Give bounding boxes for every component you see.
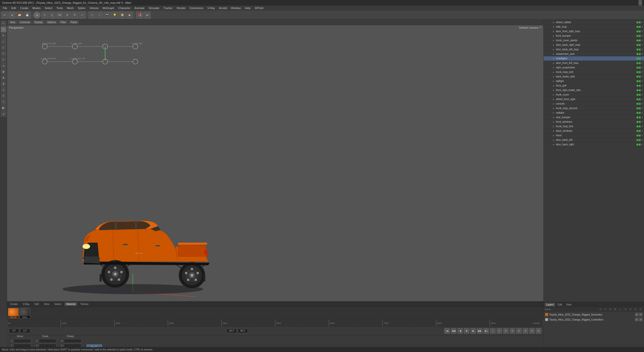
frame-start-display[interactable]: 0 F bbox=[9, 329, 19, 333]
stop-button[interactable]: ■ bbox=[464, 328, 469, 334]
menu-edit[interactable]: Edit bbox=[10, 6, 18, 10]
tree-item-trunk_cover[interactable]: ▲ trunk_cover ✕ bbox=[544, 93, 644, 97]
sidebar-bridge[interactable]: ⊿ bbox=[1, 63, 6, 68]
tree-item-door_back_left_loop[interactable]: ▲ door_back_left_loop ✕ bbox=[544, 47, 644, 52]
toolbar-material[interactable]: 🎨 bbox=[119, 12, 126, 19]
tree-item-taillight[interactable]: ▲ taillight ✕ bbox=[544, 79, 644, 83]
fps-display[interactable]: 90 F bbox=[238, 329, 248, 333]
toolbar-open[interactable]: 📂 bbox=[16, 12, 23, 19]
x-scale-input[interactable] bbox=[39, 339, 56, 343]
menu-render[interactable]: Render bbox=[175, 6, 187, 10]
layers-tab-edit[interactable]: Edit bbox=[556, 303, 564, 306]
tree-item-right_suspension[interactable]: ▲ right_suspension ✕ bbox=[544, 65, 644, 70]
total-frames-display[interactable]: 90 F bbox=[227, 329, 237, 333]
vp-tab-vray[interactable]: V-Ray bbox=[21, 302, 31, 306]
tree-item-radiator[interactable]: ▲ radiator ✕ bbox=[544, 111, 644, 115]
sidebar-s2[interactable]: $ bbox=[1, 93, 6, 99]
menu-create[interactable]: Create bbox=[18, 6, 30, 10]
menu-spline[interactable]: Spline bbox=[76, 6, 87, 10]
prev-frame-button[interactable]: ◀◀ bbox=[451, 328, 456, 334]
next-frame-button[interactable]: ▶▶ bbox=[477, 328, 482, 334]
layer-lock-btn-0[interactable]: ✕ bbox=[639, 313, 642, 316]
menu-help[interactable]: Help bbox=[243, 6, 252, 10]
view-view-btn[interactable]: View bbox=[8, 20, 17, 24]
menu-mograph[interactable]: MoGraph bbox=[101, 6, 116, 10]
menu-file[interactable]: File bbox=[1, 6, 9, 10]
sidebar-bevel[interactable]: ◈ bbox=[1, 75, 6, 80]
x-position-input[interactable] bbox=[14, 339, 31, 343]
tree-item-wheel_front_right[interactable]: ▲ wheel_front_right ✕ bbox=[544, 97, 644, 102]
toolbar-deform[interactable]: ⋈ bbox=[144, 12, 151, 19]
view-options-btn[interactable]: Options bbox=[46, 20, 58, 24]
object-tree[interactable]: ▲ Subdivision Surface ✕ ▲ move ✕ ▲ wheel… bbox=[544, 11, 644, 302]
sidebar-s3[interactable]: § bbox=[1, 99, 6, 105]
goto-end-button[interactable]: ▶| bbox=[484, 328, 489, 334]
layer-vis-btn-0[interactable]: ● bbox=[635, 313, 638, 316]
layers-tab-layers[interactable]: Layers bbox=[545, 303, 555, 306]
tree-item-back_brake_disk[interactable]: ▲ back_brake_disk ✕ bbox=[544, 74, 644, 79]
layer-vis-btn-1[interactable]: ● bbox=[635, 318, 638, 321]
tree-item-trunk_loop_bolt[interactable]: ▲ trunk_loop_bolt ✕ bbox=[544, 70, 644, 74]
h-rotation-input[interactable] bbox=[64, 339, 82, 343]
toolbar-scale[interactable]: ⤢ bbox=[79, 12, 86, 19]
sidebar-scale[interactable]: ⤢ bbox=[1, 39, 6, 44]
menu-character[interactable]: Character bbox=[116, 6, 132, 10]
layer-item-0[interactable]: Toyota_Hilux_2022_Orange_Rigged_Geometry… bbox=[544, 312, 643, 317]
tree-item-front_bumper[interactable]: ▲ front_bumper ✕ bbox=[544, 34, 644, 38]
menu-arnold[interactable]: Arnold bbox=[217, 6, 229, 10]
sidebar-wrap[interactable]: ⌀ bbox=[1, 111, 6, 117]
menu-modes[interactable]: Modes bbox=[31, 6, 43, 10]
toolbar-light[interactable]: 💡 bbox=[111, 12, 118, 19]
key3-button[interactable]: K bbox=[516, 328, 522, 334]
menu-vray[interactable]: V-Ray bbox=[206, 6, 217, 10]
sidebar-extrude[interactable]: ▥ bbox=[1, 69, 6, 74]
sidebar-loop[interactable]: ⊕ bbox=[1, 81, 6, 86]
vp-tab-edit[interactable]: Edit bbox=[32, 302, 41, 306]
sidebar-move[interactable]: ✛ bbox=[1, 27, 6, 32]
view-cameras-btn[interactable]: Cameras bbox=[18, 20, 32, 24]
toolbar-add[interactable]: + bbox=[89, 12, 96, 19]
menu-mesh[interactable]: Mesh bbox=[65, 6, 75, 10]
key5-button[interactable]: K bbox=[529, 328, 535, 334]
goto-start-button[interactable]: |◀ bbox=[444, 328, 450, 334]
vp-tab-select[interactable]: Select bbox=[52, 302, 63, 306]
frame-end-display[interactable]: 0 F bbox=[20, 329, 30, 333]
tree-item-headlights[interactable]: ▲ headlights ✕ bbox=[544, 56, 644, 61]
toolbar-move[interactable]: ✛ bbox=[64, 12, 71, 19]
layer-item-1[interactable]: Toyota_Hilux_2022_Orange_Rigged_Controll… bbox=[544, 317, 643, 322]
sidebar-paint[interactable]: ✏ bbox=[1, 51, 6, 56]
key1-button[interactable]: K bbox=[503, 328, 509, 334]
tree-item-door_back_right[interactable]: ▲ door_back_right ✕ bbox=[544, 142, 644, 147]
toolbar-null[interactable]: ○ bbox=[96, 12, 103, 19]
sidebar-live[interactable]: L bbox=[1, 45, 6, 50]
layer-lock-btn-1[interactable]: ✕ bbox=[639, 318, 642, 321]
timeline[interactable]: 0 10 20 30 40 50 60 70 80 90 1 bbox=[7, 320, 543, 327]
toolbar-save[interactable]: 💾 bbox=[24, 12, 31, 19]
sidebar-rotate[interactable]: ↻ bbox=[1, 33, 6, 38]
sidebar-s[interactable]: S bbox=[1, 87, 6, 93]
tree-item-front_windows[interactable]: ▲ front_windows ✕ bbox=[544, 120, 644, 124]
toolbar-camera[interactable]: 📷 bbox=[104, 12, 111, 19]
menu-simulate[interactable]: Simulate bbox=[147, 6, 161, 10]
vp-tab-view[interactable]: View bbox=[42, 302, 51, 306]
tree-item-front_grill[interactable]: ▲ front_grill ✕ bbox=[544, 83, 644, 88]
tree-item-wheel_rubber[interactable]: ▲ wheel_rubber ✕ bbox=[544, 20, 644, 25]
vp-tab-material[interactable]: Material bbox=[64, 302, 77, 306]
tree-item-rear_bumper[interactable]: ▲ rear_bumper ✕ bbox=[544, 115, 644, 120]
tree-item-door_back_left[interactable]: ▲ door_back_left ✕ bbox=[544, 138, 644, 142]
autokey-button[interactable]: ⊕ bbox=[497, 328, 502, 334]
tree-item-side_loop[interactable]: ▲ side_loop ✕ bbox=[544, 25, 644, 29]
toolbar-points[interactable]: ● bbox=[33, 12, 41, 19]
tree-item-front_right_brake_disc[interactable]: ▲ front_right_brake_disc ✕ bbox=[544, 88, 644, 93]
tree-item-door_front_right_loop[interactable]: ▲ door_front_right_loop ✕ bbox=[544, 29, 644, 34]
toolbar-rotate[interactable]: ↻ bbox=[71, 12, 78, 19]
maximize-button[interactable]: □ bbox=[638, 1, 642, 5]
toolbar-new[interactable]: ● bbox=[9, 12, 16, 19]
view-panel-btn[interactable]: Panel bbox=[69, 20, 79, 24]
play-button[interactable]: ▶ bbox=[470, 328, 476, 334]
tree-item-trunk_loop_first[interactable]: ▲ trunk_loop_first ✕ bbox=[544, 124, 644, 129]
material-thumb-2[interactable]: interior bbox=[20, 308, 30, 319]
menu-extensions[interactable]: Extensions bbox=[188, 6, 205, 10]
menu-animate[interactable]: Animate bbox=[133, 6, 146, 10]
tree-item-trunk_cover_plastic[interactable]: ▲ trunk_cover_plastic ✕ bbox=[544, 38, 644, 43]
